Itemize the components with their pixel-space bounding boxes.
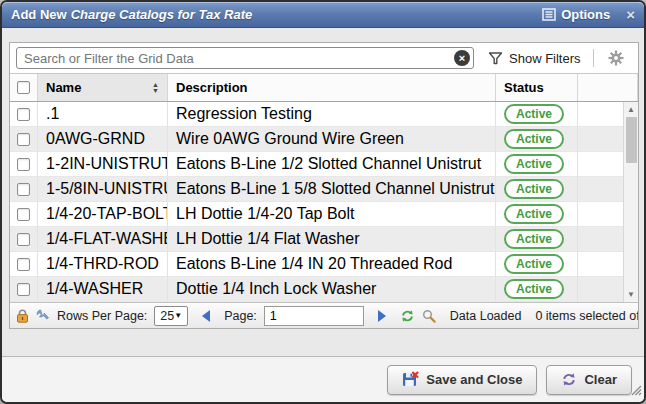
row-checkbox[interactable]	[17, 108, 30, 121]
resize-grip[interactable]	[629, 382, 642, 400]
page-number-input[interactable]	[264, 306, 364, 326]
tools-button[interactable]	[36, 309, 50, 323]
table-row[interactable]: 1/4-FLAT-WASHER LH Dottie 1/4 Flat Washe…	[10, 227, 623, 252]
next-page-button[interactable]	[378, 310, 386, 322]
dialog-button-bar: Save and Close Clear	[2, 356, 644, 402]
table-row[interactable]: 1/4-WASHER Dottie 1/4 Inch Lock Washer A…	[10, 277, 623, 302]
status-header-label: Status	[504, 80, 544, 95]
description-cell: LH Dottie 1/4-20 Tap Bolt	[168, 202, 496, 226]
magnifier-icon	[422, 309, 436, 323]
status-cell: Active	[496, 152, 578, 176]
lock-button[interactable]	[16, 309, 29, 323]
description-cell: Wire 0AWG Ground Wire Green	[168, 127, 496, 151]
filler-cell	[578, 127, 623, 151]
table-row[interactable]: 0AWG-GRND Wire 0AWG Ground Wire Green Ac…	[10, 127, 623, 152]
grid-toolbar: × Show Filters	[10, 43, 638, 74]
column-header-description[interactable]: Description	[168, 74, 496, 101]
row-checkbox[interactable]	[17, 158, 30, 171]
filler-cell	[578, 102, 623, 126]
name-cell: 1/4-THRD-ROD	[38, 252, 168, 276]
row-checkbox[interactable]	[17, 208, 30, 221]
clear-button[interactable]: Clear	[546, 365, 632, 395]
search-clear-icon[interactable]: ×	[454, 50, 470, 66]
options-list-icon	[542, 8, 556, 21]
select-all-checkbox[interactable]	[17, 81, 30, 94]
checkbox-cell	[10, 177, 38, 201]
clear-refresh-icon	[561, 372, 577, 387]
grid-rows: .1 Regression Testing Active 0AWG-GRND W…	[10, 102, 623, 302]
column-header-filler	[578, 74, 638, 101]
search-input[interactable]	[16, 47, 474, 69]
rows-per-page-label: Rows Per Page:	[57, 309, 147, 323]
table-row[interactable]: .1 Regression Testing Active	[10, 102, 623, 127]
filter-funnel-icon	[488, 51, 503, 66]
description-cell: Eatons B-Line 1 5/8 Slotted Channel Unis…	[168, 177, 496, 201]
sort-desc-glyph: ▼	[152, 88, 159, 94]
checkbox-cell	[10, 152, 38, 176]
row-checkbox[interactable]	[17, 283, 30, 296]
vertical-scrollbar[interactable]: ▲ ▼	[623, 102, 638, 302]
add-charge-catalogs-dialog: Add New Charge Catalogs for Tax Rate Opt…	[0, 0, 646, 404]
save-disk-icon	[402, 371, 419, 388]
row-checkbox[interactable]	[17, 133, 30, 146]
rows-per-page-select[interactable]: 25 ▼	[154, 306, 188, 326]
show-filters-button[interactable]: Show Filters	[488, 51, 581, 66]
scrollbar-thumb[interactable]	[626, 117, 637, 163]
column-header-status[interactable]: Status	[496, 74, 578, 101]
column-header-name[interactable]: Name ▲ ▼	[38, 74, 168, 101]
previous-page-button[interactable]	[202, 310, 210, 322]
name-cell: 0AWG-GRND	[38, 127, 168, 151]
description-cell: Eatons B-Line 1/4 IN 20 Threaded Rod	[168, 252, 496, 276]
dialog-titlebar: Add New Charge Catalogs for Tax Rate Opt…	[2, 2, 644, 28]
options-label: Options	[561, 7, 610, 22]
checkbox-cell	[10, 277, 38, 301]
grid-panel: × Show Filters	[9, 42, 639, 329]
name-header-label: Name	[46, 80, 81, 95]
scroll-up-icon[interactable]: ▲	[624, 105, 638, 114]
description-cell: Regression Testing	[168, 102, 496, 126]
status-cell: Active	[496, 227, 578, 251]
chevron-down-icon: ▼	[174, 311, 182, 320]
sort-icon[interactable]: ▲ ▼	[152, 82, 159, 94]
options-button[interactable]: Options	[542, 7, 610, 22]
status-cell: Active	[496, 202, 578, 226]
table-row[interactable]: 1/4-20-TAP-BOLT LH Dottie 1/4-20 Tap Bol…	[10, 202, 623, 227]
refresh-button[interactable]	[400, 309, 415, 323]
scroll-down-icon[interactable]: ▼	[624, 290, 638, 299]
status-badge: Active	[504, 179, 564, 199]
table-row[interactable]: 1/4-THRD-ROD Eatons B-Line 1/4 IN 20 Thr…	[10, 252, 623, 277]
name-cell: 1/4-WASHER	[38, 277, 168, 301]
grid-settings-button[interactable]	[608, 50, 624, 66]
filler-cell	[578, 252, 623, 276]
wrench-icon	[36, 309, 50, 323]
search-grid-button[interactable]	[422, 309, 436, 323]
status-cell: Active	[496, 277, 578, 301]
name-cell: 1/4-FLAT-WASHER	[38, 227, 168, 251]
row-checkbox[interactable]	[17, 183, 30, 196]
row-checkbox[interactable]	[17, 233, 30, 246]
status-badge: Active	[504, 229, 564, 249]
status-badge: Active	[504, 104, 564, 124]
filler-cell	[578, 277, 623, 301]
grid-body: .1 Regression Testing Active 0AWG-GRND W…	[10, 102, 638, 302]
dialog-title-prefix: Add New	[11, 7, 67, 22]
status-badge: Active	[504, 254, 564, 274]
status-badge: Active	[504, 129, 564, 149]
name-cell: 1-2IN-UNISTRUT	[38, 152, 168, 176]
lock-icon	[16, 309, 29, 323]
status-badge: Active	[504, 279, 564, 299]
checkbox-cell	[10, 227, 38, 251]
grid-footer: Rows Per Page: 25 ▼ Page:	[10, 302, 638, 328]
row-checkbox[interactable]	[17, 258, 30, 271]
status-cell: Active	[496, 102, 578, 126]
data-loaded-status: Data Loaded	[450, 309, 522, 323]
status-cell: Active	[496, 252, 578, 276]
table-row[interactable]: 1-2IN-UNISTRUT Eatons B-Line 1/2 Slotted…	[10, 152, 623, 177]
table-row[interactable]: 1-5/8IN-UNISTRUT Eatons B-Line 1 5/8 Slo…	[10, 177, 623, 202]
save-and-close-button[interactable]: Save and Close	[387, 365, 537, 395]
rows-per-page-value: 25	[160, 309, 174, 323]
close-icon[interactable]: ×	[626, 7, 635, 22]
dialog-title-entity: Charge Catalogs for Tax Rate	[71, 7, 253, 22]
description-header-label: Description	[176, 80, 248, 95]
name-cell: 1-5/8IN-UNISTRUT	[38, 177, 168, 201]
